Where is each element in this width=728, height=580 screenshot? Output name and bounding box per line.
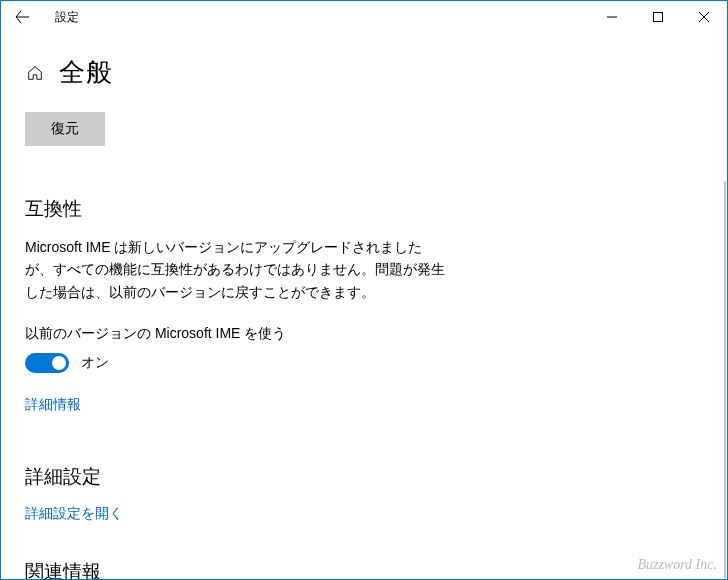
open-advanced-link[interactable]: 詳細設定を開く — [25, 505, 123, 523]
related-heading: 関連情報 — [25, 559, 703, 580]
maximize-button[interactable] — [635, 2, 681, 32]
more-info-link[interactable]: 詳細情報 — [25, 396, 81, 414]
restore-button[interactable]: 復元 — [25, 112, 105, 146]
compatibility-heading: 互換性 — [25, 196, 703, 222]
content-area: 全般 復元 互換性 Microsoft IME は新しいバージョンにアップグレー… — [1, 33, 727, 580]
svg-rect-0 — [654, 13, 663, 22]
close-icon — [699, 12, 709, 22]
toggle-state-text: オン — [81, 354, 109, 372]
titlebar: 設定 — [1, 1, 727, 33]
window-controls — [589, 2, 727, 32]
compatibility-description: Microsoft IME は新しいバージョンにアップグレードされましたが、すべ… — [25, 236, 445, 303]
minimize-button[interactable] — [589, 2, 635, 32]
page-header: 全般 — [25, 55, 703, 90]
page-title: 全般 — [59, 55, 113, 90]
toggle-label: 以前のバージョンの Microsoft IME を使う — [25, 325, 703, 343]
window-title: 設定 — [55, 9, 79, 26]
advanced-heading: 詳細設定 — [25, 464, 703, 490]
back-button[interactable] — [7, 2, 37, 32]
toggle-row: オン — [25, 353, 703, 373]
advanced-section: 詳細設定 詳細設定を開く — [25, 464, 703, 559]
home-icon — [25, 63, 45, 83]
scrollbar[interactable] — [724, 181, 726, 578]
toggle-knob — [52, 356, 66, 370]
minimize-icon — [607, 12, 617, 22]
arrow-left-icon — [14, 9, 30, 25]
previous-version-toggle[interactable] — [25, 353, 69, 373]
close-button[interactable] — [681, 2, 727, 32]
maximize-icon — [653, 12, 663, 22]
watermark: Buzzword Inc. — [637, 557, 717, 573]
